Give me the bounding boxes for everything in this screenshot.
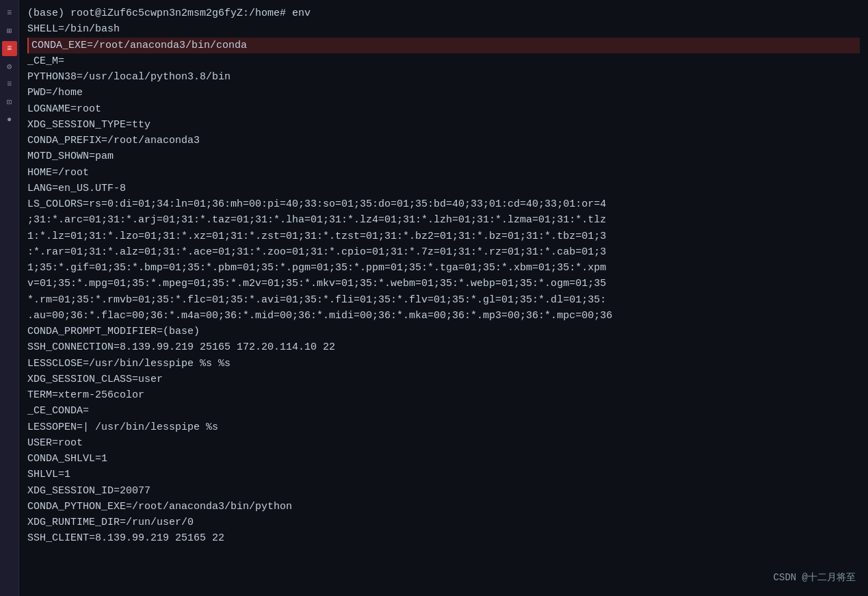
terminal-line-13: ;31:*.arc=01;31:*.arj=01;31:*.taz=01;31:… bbox=[27, 212, 860, 228]
terminal-window: ≡ ⊞ ≡ ⚙ ≡ ⊡ ● (base) root@iZuf6c5cwpn3n2… bbox=[0, 0, 868, 596]
terminal-line-29: SHLVL=1 bbox=[27, 467, 860, 482]
terminal-line-31: CONDA_PYTHON_EXE=/root/anaconda3/bin/pyt… bbox=[27, 499, 860, 515]
terminal-line-28: CONDA_SHLVL=1 bbox=[27, 451, 860, 467]
sidebar: ≡ ⊞ ≡ ⚙ ≡ ⊡ ● bbox=[0, 0, 19, 596]
terminal-output: (base) root@iZuf6c5cwpn3n2msm2g6fyZ:/hom… bbox=[19, 0, 868, 596]
terminal-line-3: _CE_M= bbox=[27, 53, 860, 69]
terminal-line-8: CONDA_PREFIX=/root/anaconda3 bbox=[27, 133, 860, 148]
sidebar-icon-2[interactable]: ⊞ bbox=[2, 23, 17, 38]
terminal-line-30: XDG_SESSION_ID=20077 bbox=[27, 483, 860, 499]
terminal-line-10: HOME=/root bbox=[27, 165, 860, 181]
sidebar-icon-1[interactable]: ≡ bbox=[2, 5, 17, 21]
watermark: CSDN @十二月将至 bbox=[774, 571, 856, 584]
sidebar-icon-5[interactable]: ≡ bbox=[2, 77, 17, 92]
sidebar-icon-6[interactable]: ⊡ bbox=[2, 94, 17, 109]
terminal-line-14: 1:*.lz=01;31:*.lzo=01;31:*.xz=01;31:*.zs… bbox=[27, 229, 860, 244]
terminal-line-21: SSH_CONNECTION=8.139.99.219 25165 172.20… bbox=[27, 339, 860, 355]
terminal-line-9: MOTD_SHOWN=pam bbox=[27, 148, 860, 164]
terminal-line-15: :*.rar=01;31:*.alz=01;31:*.ace=01;31:*.z… bbox=[27, 244, 860, 260]
terminal-line-20: CONDA_PROMPT_MODIFIER=(base) bbox=[27, 324, 860, 339]
terminal-line-33: SSH_CLIENT=8.139.99.219 25165 22 bbox=[27, 530, 860, 546]
terminal-line-4: PYTHON38=/usr/local/python3.8/bin bbox=[27, 69, 860, 85]
terminal-line-32: XDG_RUNTIME_DIR=/run/user/0 bbox=[27, 515, 860, 530]
terminal-line-7: XDG_SESSION_TYPE=tty bbox=[27, 117, 860, 133]
terminal-line-24: TERM=xterm-256color bbox=[27, 387, 860, 403]
sidebar-icon-4[interactable]: ⚙ bbox=[2, 59, 17, 74]
terminal-line-17: v=01;35:*.mpg=01;35:*.mpeg=01;35:*.m2v=0… bbox=[27, 276, 860, 291]
terminal-line-1: SHELL=/bin/bash bbox=[27, 21, 860, 37]
terminal-line-11: LANG=en_US.UTF-8 bbox=[27, 181, 860, 196]
terminal-line-18: *.rm=01;35:*.rmvb=01;35:*.flc=01;35:*.av… bbox=[27, 292, 860, 308]
terminal-line-25: _CE_CONDA= bbox=[27, 403, 860, 419]
terminal-line-6: LOGNAME=root bbox=[27, 101, 860, 117]
terminal-line-0: (base) root@iZuf6c5cwpn3n2msm2g6fyZ:/hom… bbox=[27, 5, 860, 21]
terminal-line-19: .au=00;36:*.flac=00;36:*.m4a=00;36:*.mid… bbox=[27, 308, 860, 324]
sidebar-icon-7[interactable]: ● bbox=[2, 112, 17, 127]
terminal-line-2: CONDA_EXE=/root/anaconda3/bin/conda bbox=[27, 38, 860, 53]
terminal-line-26: LESSOPEN=| /usr/bin/lesspipe %s bbox=[27, 419, 860, 435]
terminal-line-5: PWD=/home bbox=[27, 85, 860, 101]
terminal-line-16: 1;35:*.gif=01;35:*.bmp=01;35:*.pbm=01;35… bbox=[27, 260, 860, 276]
terminal-line-12: LS_COLORS=rs=0:di=01;34:ln=01;36:mh=00:p… bbox=[27, 196, 860, 212]
sidebar-icon-3[interactable]: ≡ bbox=[2, 41, 17, 56]
terminal-line-22: LESSCLOSE=/usr/bin/lesspipe %s %s bbox=[27, 356, 860, 372]
terminal-line-23: XDG_SESSION_CLASS=user bbox=[27, 372, 860, 387]
terminal-line-27: USER=root bbox=[27, 435, 860, 451]
